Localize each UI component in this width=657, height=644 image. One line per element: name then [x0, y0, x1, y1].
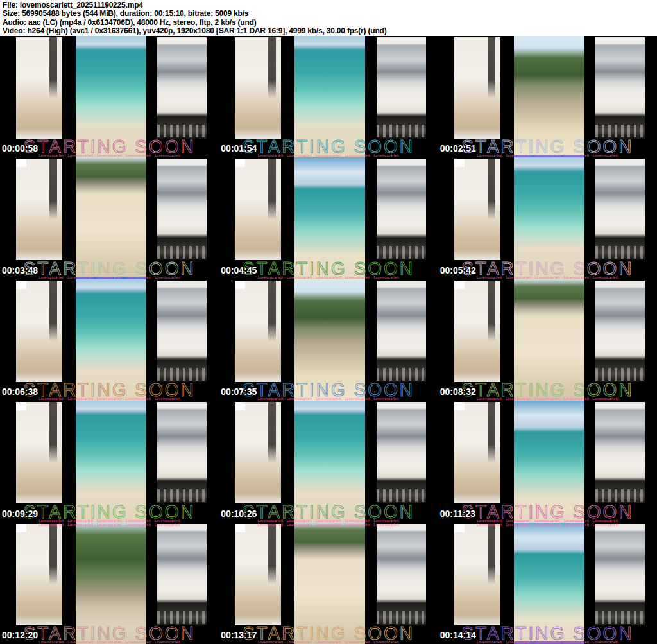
art-room-scene-panel	[595, 281, 645, 382]
white-overlay-box	[235, 281, 245, 289]
interior-scene-panel	[16, 524, 62, 625]
social-handles-text: Lovemoscarlett · Lovemoscarlett · Lovemo…	[477, 640, 618, 644]
social-handles-top-text: Lovemoscarlett · Lovemoscarlett · Lovemo…	[258, 523, 399, 527]
thumbnail-cell: STARTING SOON Lovemoscarlett · Lovemosca…	[438, 523, 657, 644]
interior-scene-panel	[235, 524, 281, 625]
art-room-scene-panel	[595, 37, 645, 139]
interior-scene-panel	[454, 524, 500, 625]
white-overlay-box	[235, 159, 245, 167]
interior-scene-panel	[16, 37, 62, 139]
white-overlay-box	[454, 524, 465, 532]
art-room-scene-panel	[157, 402, 207, 503]
timestamp-label: 00:14:14	[440, 630, 476, 640]
timestamp-label: 00:13:17	[221, 630, 257, 640]
timestamp-label: 00:06:38	[2, 387, 38, 397]
thumbnail-cell: STARTING SOON Lovemoscarlett · Lovemosca…	[0, 157, 219, 279]
art-room-scene-panel	[377, 524, 426, 625]
thumbnail-cell: STARTING SOON Lovemoscarlett · Lovemosca…	[219, 523, 438, 644]
thumbnail-cell: STARTING SOON Lovemoscarlett · Lovemosca…	[438, 279, 657, 401]
thumbnail-cell: STARTING SOON Lovemoscarlett · Lovemosca…	[219, 36, 438, 157]
art-room-scene-panel	[157, 281, 207, 382]
timestamp-label: 00:02:51	[440, 143, 476, 153]
white-overlay-box	[16, 402, 26, 410]
white-overlay-box	[454, 281, 465, 289]
white-overlay-box	[235, 524, 245, 532]
art-room-scene-panel	[595, 159, 645, 260]
white-overlay-box	[16, 281, 26, 289]
interior-scene-panel	[235, 402, 281, 503]
social-handles-text: Lovemoscarlett · Lovemoscarlett · Lovemo…	[39, 640, 180, 644]
thumbnail-cell: STARTING SOON Lovemoscarlett · Lovemosca…	[0, 523, 219, 644]
interior-scene-panel	[235, 281, 281, 382]
thumbnail-cell: STARTING SOON Lovemoscarlett · Lovemosca…	[219, 401, 438, 522]
art-room-scene-panel	[157, 524, 207, 625]
social-handles-top-text: Lovemoscarlett · Lovemoscarlett · Lovemo…	[477, 523, 618, 527]
timestamp-label: 00:08:32	[440, 387, 476, 397]
timestamp-label: 00:04:45	[221, 265, 257, 275]
thumbnail-cell: STARTING SOON Lovemoscarlett · Lovemosca…	[438, 157, 657, 279]
interior-scene-panel	[16, 281, 62, 382]
timestamp-label: 00:01:54	[221, 143, 257, 153]
white-overlay-box	[16, 159, 26, 167]
thumbnail-cell: STARTING SOON Lovemoscarlett · Lovemosca…	[219, 157, 438, 279]
thumbnail-cell: STARTING SOON Lovemoscarlett · Lovemosca…	[438, 36, 657, 157]
art-room-scene-panel	[595, 524, 645, 625]
interior-scene-panel	[454, 281, 500, 382]
timestamp-label: 00:12:20	[2, 630, 38, 640]
white-overlay-box	[454, 402, 465, 410]
white-overlay-box	[235, 402, 245, 410]
thumbnail-cell: STARTING SOON Lovemoscarlett · Lovemosca…	[219, 279, 438, 401]
timestamp-label: 00:07:35	[221, 387, 257, 397]
video-info-line: Video: h264 (High) (avc1 / 0x31637661), …	[3, 27, 657, 35]
interior-scene-panel	[235, 37, 281, 139]
timestamp-label: 00:10:26	[221, 509, 257, 519]
art-room-scene-panel	[157, 159, 207, 260]
thumbnail-cell: STARTING SOON Lovemoscarlett · Lovemosca…	[0, 279, 219, 401]
art-room-scene-panel	[377, 159, 426, 260]
thumbnail-cell: STARTING SOON Lovemoscarlett · Lovemosca…	[0, 36, 219, 157]
art-room-scene-panel	[377, 402, 426, 503]
timestamp-label: 00:11:23	[440, 509, 475, 519]
timestamp-label: 00:09:29	[2, 509, 38, 519]
art-room-scene-panel	[377, 37, 426, 139]
interior-scene-panel	[454, 402, 500, 503]
interior-scene-panel	[16, 402, 62, 503]
timestamp-label: 00:03:48	[2, 265, 38, 275]
interior-scene-panel	[235, 159, 281, 260]
thumbnail-grid: STARTING SOON Lovemoscarlett · Lovemosca…	[0, 36, 657, 644]
timestamp-label: 00:00:58	[2, 143, 38, 153]
interior-scene-panel	[454, 37, 500, 139]
thumbnail-cell: STARTING SOON Lovemoscarlett · Lovemosca…	[0, 401, 219, 522]
audio-info-line: Audio: aac (LC) (mp4a / 0x6134706D), 480…	[3, 19, 657, 27]
art-room-scene-panel	[377, 281, 426, 382]
interior-scene-panel	[16, 159, 62, 260]
white-overlay-box	[16, 524, 26, 532]
white-overlay-box	[454, 159, 465, 167]
file-info-header: File: lovemoscarlett_202511190225.mp4 Si…	[0, 0, 657, 36]
file-size-line: Size: 569905488 bytes (544 MiB), duratio…	[3, 10, 657, 18]
file-name-line: File: lovemoscarlett_202511190225.mp4	[3, 1, 657, 10]
art-room-scene-panel	[157, 37, 207, 139]
social-handles-top-text: Lovemoscarlett · Lovemoscarlett · Lovemo…	[39, 523, 180, 527]
timestamp-label: 00:05:42	[440, 265, 476, 275]
thumbnail-cell: STARTING SOON Lovemoscarlett · Lovemosca…	[438, 401, 657, 522]
art-room-scene-panel	[595, 402, 645, 503]
interior-scene-panel	[454, 159, 500, 260]
social-handles-text: Lovemoscarlett · Lovemoscarlett · Lovemo…	[258, 640, 399, 644]
